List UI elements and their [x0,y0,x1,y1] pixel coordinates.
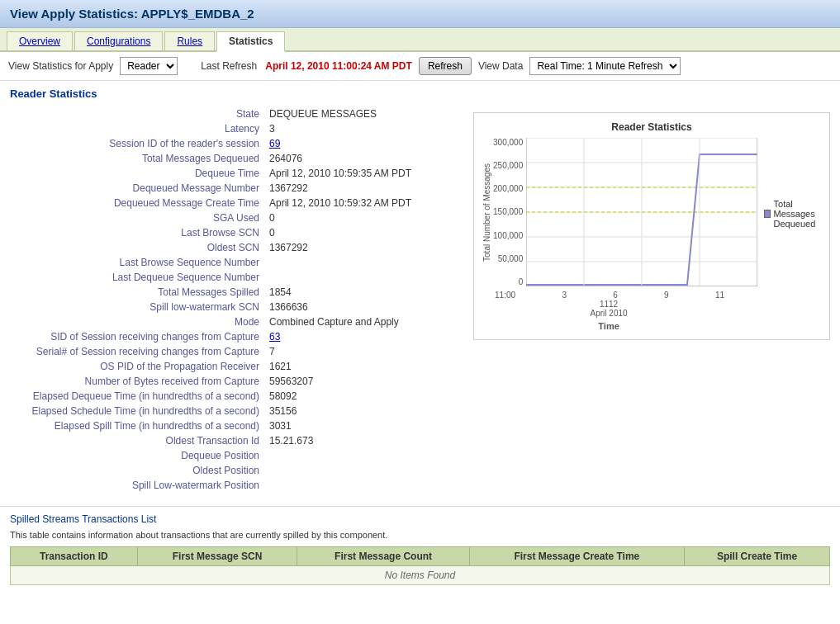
y-tick: 50,000 [493,254,523,263]
stats-row: Elapsed Schedule Time (in hundredths of … [10,404,460,418]
stats-row: Serial# of Session receiving changes fro… [10,344,460,359]
stats-label: Oldest Position [10,463,266,478]
stats-label: Serial# of Session receiving changes fro… [10,344,266,359]
stats-row: Last Dequeue Sequence Number [10,270,460,285]
stats-table: StateDEQUEUE MESSAGESLatency3Session ID … [10,106,460,493]
stats-row: Total Messages Dequeued264076 [10,151,460,166]
stats-label: State [10,106,266,121]
x-label-1: 3 [562,291,567,300]
stats-label: Last Browse SCN [10,225,266,240]
stats-label: Elapsed Schedule Time (in hundredths of … [10,404,266,418]
stats-value: 1367292 [266,240,460,255]
view-data-select[interactable]: Real Time: 1 Minute Refresh [529,57,681,75]
stats-label: Number of Bytes received from Capture [10,374,266,389]
stats-label: Elapsed Spill Time (in hundredths of a s… [10,418,266,433]
x-label-3: 9 [664,291,669,300]
stats-label: Dequeued Message Number [10,181,266,196]
stats-row: Total Messages Spilled1854 [10,285,460,300]
stats-value: 7 [266,344,460,359]
stats-row: Last Browse SCN0 [10,225,460,240]
tab-overview[interactable]: Overview [7,31,73,50]
y-axis-label-wrapper: Total Number of Messages [482,138,491,286]
y-tick: 200,000 [493,184,523,193]
apply-select[interactable]: Reader [120,57,178,75]
y-tick: 150,000 [493,207,523,216]
stats-label: OS PID of the Propagation Receiver [10,359,266,374]
legend-color [764,210,770,218]
stats-value: 15.21.673 [266,433,460,448]
stats-label: Oldest SCN [10,240,266,255]
spilled-title: Spilled Streams Transactions List [10,513,830,525]
stats-row: Last Browse Sequence Number [10,255,460,270]
x-axis-title: Time [493,321,724,331]
chart-title: Reader Statistics [482,121,821,133]
stats-label: Latency [10,121,266,136]
tab-rules[interactable]: Rules [164,31,215,50]
right-panel: Reader Statistics Total Number of Messag… [473,87,830,493]
col-first-msg-count: First Message Count [297,547,469,566]
stats-value: 3 [266,121,460,136]
no-items-found: No Items Found [11,566,830,585]
stats-label: Dequeued Message Create Time [10,196,266,210]
stats-row: Number of Bytes received from Capture595… [10,374,460,389]
stats-value [266,270,460,285]
x-axis-labels: 11:00 3 6 9 11 [493,291,724,300]
y-axis-ticks: 300,000250,000200,000150,000100,00050,00… [493,138,526,286]
view-data-label: View Data [478,60,523,72]
last-refresh-text: Last Refresh [201,60,257,72]
x-sub-label-2: April 2010 [493,309,724,318]
view-stats-label: View Statistics for Apply [8,60,113,72]
stats-value: 1366636 [266,300,460,314]
title-text: View Apply Statistics: APPLY$_EMDBA_2 [10,7,254,21]
stats-row: Dequeued Message Number1367292 [10,181,460,196]
stats-label: Last Dequeue Sequence Number [10,270,266,285]
x-label-4: 11 [715,291,724,300]
x-label-2: 6 [613,291,618,300]
stats-label: Total Messages Dequeued [10,151,266,166]
y-tick: 100,000 [493,231,523,240]
stats-value [266,478,460,493]
stats-row: Oldest Transaction Id15.21.673 [10,433,460,448]
tab-bar: Overview Configurations Rules Statistics [0,28,840,52]
stats-value[interactable]: 69 [266,136,460,151]
stats-row: ModeCombined Capture and Apply [10,314,460,329]
stats-value: DEQUEUE MESSAGES [266,106,460,121]
stats-row: Session ID of the reader's session69 [10,136,460,151]
tab-statistics[interactable]: Statistics [216,31,285,52]
stats-value: 58092 [266,389,460,404]
left-panel: Reader Statistics StateDEQUEUE MESSAGESL… [10,87,460,493]
stats-row: OS PID of the Propagation Receiver1621 [10,359,460,374]
stats-label: Session ID of the reader's session [10,136,266,151]
legend-item: Total Messages Dequeued [764,199,821,229]
stats-value: 1854 [266,285,460,300]
y-axis-label: Total Number of Messages [482,163,491,262]
refresh-button[interactable]: Refresh [419,57,472,75]
stats-value: 3031 [266,418,460,433]
last-refresh-time: April 12, 2010 11:00:24 AM PDT [265,60,412,72]
stats-value: 59563207 [266,374,460,389]
toolbar: View Statistics for Apply Reader Last Re… [0,52,840,81]
stats-value[interactable]: 63 [266,329,460,344]
stats-value [266,255,460,270]
last-refresh-label: Last Refresh April 12, 2010 11:00:24 AM … [201,60,412,72]
stats-label: SGA Used [10,210,266,225]
stats-row: Spill Low-watermark Position [10,478,460,493]
stats-row: Oldest Position [10,463,460,478]
stats-label: Dequeue Position [10,448,266,463]
stats-row: Elapsed Spill Time (in hundredths of a s… [10,418,460,433]
col-first-msg-create-time: First Message Create Time [469,547,684,566]
stats-row: Elapsed Dequeue Time (in hundredths of a… [10,389,460,404]
stats-value: Combined Capture and Apply [266,314,460,329]
main-wrapper: View Apply Statistics: APPLY$_EMDBA_2 Ov… [0,0,840,592]
stats-label: Mode [10,314,266,329]
stats-value: 1621 [266,359,460,374]
stats-label: Total Messages Spilled [10,285,266,300]
stats-row: Oldest SCN1367292 [10,240,460,255]
col-first-msg-scn: First Message SCN [137,547,297,566]
stats-row: StateDEQUEUE MESSAGES [10,106,460,121]
col-spill-create-time: Spill Create Time [684,547,829,566]
chart-svg [526,138,757,286]
tab-configurations[interactable]: Configurations [74,31,163,50]
chart-container: Reader Statistics Total Number of Messag… [473,112,830,340]
stats-value: 264076 [266,151,460,166]
